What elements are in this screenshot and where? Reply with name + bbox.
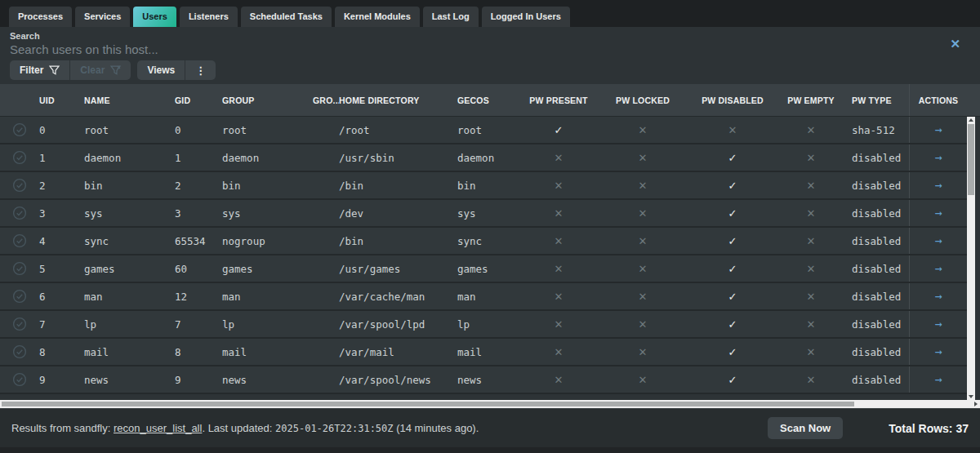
cell-gid: 7 <box>175 318 222 331</box>
cell-name: sys <box>84 207 175 220</box>
vertical-scrollbar-thumb[interactable] <box>968 124 974 195</box>
pw-locked-mark: ✕ <box>595 152 691 164</box>
row-status-cell[interactable] <box>0 150 39 165</box>
header-pw-present[interactable]: PW PRESENT <box>523 95 595 105</box>
header-pw-disabled[interactable]: PW DISABLED <box>691 95 774 105</box>
row-action-button[interactable]: → <box>909 228 967 254</box>
close-icon[interactable]: ✕ <box>950 38 960 50</box>
cell-gecos: man <box>457 291 523 303</box>
tab-scheduled-tasks[interactable]: Scheduled Tasks <box>241 7 332 27</box>
header-pw-empty[interactable]: PW EMPTY <box>774 95 848 105</box>
table-row[interactable]: 6 man 12 man /var/cache/man man ✕ ✕ ✓ ✕ … <box>0 283 967 311</box>
cell-group: bin <box>222 180 313 192</box>
scroll-up-arrow-icon[interactable] <box>969 118 973 122</box>
cell-pw-type: disabled <box>848 207 909 220</box>
scroll-down-arrow-icon[interactable] <box>969 395 973 398</box>
scan-now-button[interactable]: Scan Now <box>768 417 843 439</box>
arrow-right-icon: → <box>934 289 942 304</box>
row-action-button[interactable]: → <box>909 200 967 226</box>
pw-locked-mark: ✕ <box>595 207 691 220</box>
row-action-button[interactable]: → <box>909 339 967 365</box>
row-action-button[interactable]: → <box>909 255 967 282</box>
row-status-cell[interactable] <box>0 317 39 331</box>
cell-group: lp <box>222 318 313 331</box>
pw-empty-mark: ✕ <box>774 346 848 358</box>
tab-kernel-modules[interactable]: Kernel Modules <box>335 7 420 27</box>
cell-gid: 1 <box>175 152 222 164</box>
table-row[interactable]: 5 games 60 games /usr/games games ✕ ✕ ✓ … <box>0 255 967 283</box>
cell-group: mail <box>222 346 313 358</box>
views-menu-button[interactable]: ⋮ <box>185 60 216 80</box>
sandfly-link[interactable]: recon_user_list_all <box>114 422 202 434</box>
header-gecos[interactable]: GECOS <box>457 95 523 105</box>
pw-disabled-mark: ✓ <box>691 235 774 247</box>
cell-gecos: root <box>457 124 523 136</box>
header-pw-locked[interactable]: PW LOCKED <box>595 95 691 105</box>
tab-listeners[interactable]: Listeners <box>180 7 238 27</box>
row-status-cell[interactable] <box>0 372 39 387</box>
row-action-button[interactable]: → <box>909 144 967 171</box>
table-row[interactable]: 2 bin 2 bin /bin bin ✕ ✕ ✓ ✕ disabled → <box>0 172 967 200</box>
row-status-cell[interactable] <box>0 122 39 137</box>
header-pw-type[interactable]: PW TYPE <box>848 95 909 105</box>
row-action-button[interactable]: → <box>909 117 967 143</box>
row-action-button[interactable]: → <box>909 283 967 309</box>
vertical-scrollbar[interactable] <box>967 117 975 400</box>
header-uid[interactable]: UID <box>39 95 84 105</box>
table-row[interactable]: 9 news 9 news /var/spool/news news ✕ ✕ ✓… <box>0 366 967 394</box>
header-groups-truncated[interactable]: GRO... <box>313 95 339 105</box>
scroll-right-arrow-icon[interactable] <box>974 402 978 406</box>
cell-pw-type: sha-512 <box>848 124 909 136</box>
pw-disabled-mark: ✓ <box>691 263 774 275</box>
tab-processes[interactable]: Processes <box>9 7 72 27</box>
table-row[interactable]: 0 root 0 root /root root ✓ ✕ ✕ ✕ sha-512… <box>0 117 967 144</box>
search-section: Search ✕ <box>0 27 980 60</box>
table-row[interactable]: 8 mail 8 mail /var/mail mail ✕ ✕ ✓ ✕ dis… <box>0 339 967 366</box>
check-circle-icon <box>12 206 27 220</box>
table-row[interactable]: 4 sync 65534 nogroup /bin sync ✕ ✕ ✓ ✕ d… <box>0 228 967 255</box>
pw-present-mark: ✕ <box>523 318 595 331</box>
row-status-cell[interactable] <box>0 206 39 220</box>
table-row[interactable]: 7 lp 7 lp /var/spool/lpd lp ✕ ✕ ✓ ✕ disa… <box>0 311 967 339</box>
funnel-clear-icon <box>110 65 121 75</box>
row-action-button[interactable]: → <box>909 172 967 198</box>
row-status-cell[interactable] <box>0 261 39 276</box>
search-input[interactable] <box>10 42 867 56</box>
views-button[interactable]: Views <box>137 60 185 80</box>
tab-logged-in-users[interactable]: Logged In Users <box>482 7 570 27</box>
row-status-cell[interactable] <box>0 289 39 304</box>
kebab-menu-icon: ⋮ <box>195 64 206 77</box>
row-action-button[interactable]: → <box>909 366 967 393</box>
pw-present-mark: ✕ <box>523 180 595 192</box>
horizontal-scrollbar-thumb[interactable] <box>2 402 854 406</box>
cell-group: news <box>222 374 313 386</box>
header-home-directory[interactable]: HOME DIRECTORY <box>339 95 457 105</box>
header-name[interactable]: NAME <box>84 95 175 105</box>
row-status-cell[interactable] <box>0 233 39 248</box>
table-row[interactable]: 1 daemon 1 daemon /usr/sbin daemon ✕ ✕ ✓… <box>0 144 967 172</box>
clear-filter-button-label: Clear <box>80 64 105 76</box>
pw-disabled-mark: ✓ <box>691 291 774 303</box>
cell-gid: 65534 <box>175 235 222 247</box>
arrow-right-icon: → <box>934 317 942 331</box>
check-circle-icon <box>12 150 27 165</box>
results-prefix: Results from sandfly: <box>11 422 114 434</box>
horizontal-scrollbar[interactable] <box>0 400 980 408</box>
tab-users[interactable]: Users <box>133 7 176 27</box>
arrow-right-icon: → <box>934 206 942 220</box>
cell-gid: 60 <box>175 263 222 275</box>
cell-gecos: games <box>457 263 523 275</box>
tab-last-log[interactable]: Last Log <box>423 7 479 27</box>
header-gid[interactable]: GID <box>175 95 222 105</box>
row-status-cell[interactable] <box>0 178 39 193</box>
cell-gid: 8 <box>175 346 222 358</box>
views-button-group: Views ⋮ <box>137 60 216 80</box>
cell-name: games <box>84 263 175 275</box>
row-action-button[interactable]: → <box>909 311 967 337</box>
filter-button[interactable]: Filter <box>10 60 69 80</box>
header-group[interactable]: GROUP <box>222 95 313 105</box>
row-status-cell[interactable] <box>0 344 39 359</box>
table-row[interactable]: 3 sys 3 sys /dev sys ✕ ✕ ✓ ✕ disabled → <box>0 200 967 228</box>
clear-filter-button[interactable]: Clear <box>69 60 131 80</box>
tab-services[interactable]: Services <box>75 7 130 27</box>
